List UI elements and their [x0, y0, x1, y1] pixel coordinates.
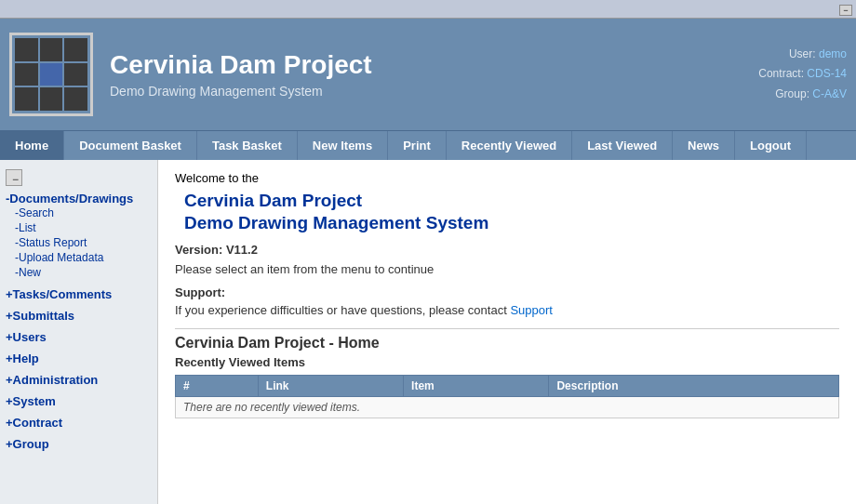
nav-item-new-items[interactable]: New Items	[298, 131, 388, 160]
logo-cell-9	[64, 87, 87, 111]
user-line: User: demo	[758, 45, 847, 65]
sidebar-collapse-button[interactable]: −	[6, 169, 22, 186]
sidebar-section-title-group[interactable]: +Group	[6, 437, 49, 451]
home-heading: Cervinia Dam Project - Home	[175, 328, 839, 351]
contract-label: Contract:	[758, 67, 804, 80]
sidebar-section-title-users[interactable]: +Users	[6, 330, 47, 344]
no-items-cell: There are no recently viewed items.	[176, 397, 839, 418]
table-header-link: Link	[258, 376, 403, 397]
logo-cell-4	[15, 63, 38, 86]
sidebar-link-list[interactable]: -List	[15, 220, 152, 235]
welcome-text: Welcome to the	[175, 171, 839, 185]
header-title-block: Cervinia Dam Project Demo Drawing Manage…	[110, 50, 758, 99]
logo-cell-7	[15, 87, 38, 111]
window-controls: −	[0, 0, 856, 19]
contract-link[interactable]: CDS-14	[807, 67, 847, 80]
support-link[interactable]: Support	[510, 303, 553, 317]
version-text: Version: V11.2	[175, 243, 839, 257]
table-header-item: Item	[404, 376, 549, 397]
group-line: Group: C-A&V	[758, 85, 847, 105]
sidebar-section-title-administration[interactable]: +Administration	[6, 373, 98, 387]
sidebar-link-upload-metadata[interactable]: -Upload Metadata	[15, 250, 152, 265]
content-project-heading: Cervinia Dam Project	[184, 191, 830, 211]
navbar: HomeDocument BasketTask BasketNew ItemsP…	[0, 130, 856, 160]
table-header-row: #LinkItemDescription	[176, 376, 839, 397]
nav-item-task-basket[interactable]: Task Basket	[197, 131, 298, 160]
support-text: If you experience difficulties or have q…	[175, 303, 839, 317]
sidebar-section-tasks-comments: +Tasks/Comments	[0, 285, 157, 303]
sidebar-section-system: +System	[0, 392, 157, 410]
select-prompt: Please select an item from the menu to c…	[175, 262, 839, 276]
user-link[interactable]: demo	[819, 47, 847, 60]
minimize-button[interactable]: −	[839, 5, 852, 16]
sidebar-section-title-submittals[interactable]: +Submittals	[6, 309, 74, 323]
sidebar-section-title-help[interactable]: +Help	[6, 351, 39, 365]
sidebar-section-title-tasks-comments[interactable]: +Tasks/Comments	[6, 287, 112, 301]
project-subtitle: Demo Drawing Management System	[110, 84, 758, 99]
nav-item-home[interactable]: Home	[0, 131, 64, 160]
nav-item-print[interactable]: Print	[388, 131, 447, 160]
group-label: Group:	[775, 87, 809, 100]
sidebar-section-group: +Group	[0, 435, 157, 453]
sidebar-section-users: +Users	[0, 328, 157, 346]
sidebar-section-documents-drawings: -Documents/Drawings-Search-List-Status R…	[0, 190, 157, 282]
sidebar-section-submittals: +Submittals	[0, 307, 157, 325]
user-label: User:	[789, 47, 816, 60]
header-user-info: User: demo Contract: CDS-14 Group: C-A&V	[758, 45, 847, 105]
sidebar-link-status-report[interactable]: -Status Report	[15, 235, 152, 250]
header: Cervinia Dam Project Demo Drawing Manage…	[0, 19, 856, 130]
contract-line: Contract: CDS-14	[758, 64, 847, 85]
logo-cell-6	[64, 63, 87, 86]
recently-viewed-title: Recently Viewed Items	[175, 355, 839, 369]
logo-cell-2	[40, 38, 63, 61]
nav-item-recently-viewed[interactable]: Recently Viewed	[447, 131, 572, 160]
nav-item-last-viewed[interactable]: Last Viewed	[572, 131, 673, 160]
logo-cell-8	[40, 87, 63, 111]
content-project-subheading: Demo Drawing Management System	[184, 213, 830, 233]
sidebar-section-title-documents-drawings[interactable]: -Documents/Drawings	[6, 192, 133, 206]
table-header-#: #	[176, 376, 259, 397]
sidebar-section-administration: +Administration	[0, 371, 157, 389]
no-items-row: There are no recently viewed items.	[176, 397, 839, 418]
sidebar-subsection-documents-drawings: -Search-List-Status Report-Upload Metada…	[6, 206, 152, 280]
sidebar-section-title-contract[interactable]: +Contract	[6, 416, 62, 430]
sidebar: − -Documents/Drawings-Search-List-Status…	[0, 160, 158, 504]
nav-item-document-basket[interactable]: Document Basket	[64, 131, 197, 160]
logo-cell-1	[15, 38, 38, 61]
content-area: Welcome to the Cervinia Dam Project Demo…	[158, 160, 856, 504]
recently-viewed-table: #LinkItemDescription There are no recent…	[175, 375, 839, 418]
project-name: Cervinia Dam Project	[110, 50, 758, 80]
support-label: Support:	[175, 285, 839, 299]
main-layout: − -Documents/Drawings-Search-List-Status…	[0, 160, 856, 504]
sidebar-link-search[interactable]: -Search	[15, 206, 152, 220]
nav-item-logout[interactable]: Logout	[735, 131, 807, 160]
sidebar-section-contract: +Contract	[0, 414, 157, 431]
sidebar-section-title-system[interactable]: +System	[6, 394, 56, 408]
logo	[9, 33, 93, 116]
group-link[interactable]: C-A&V	[812, 87, 847, 100]
table-body: There are no recently viewed items.	[176, 397, 839, 418]
sidebar-section-help: +Help	[0, 350, 157, 367]
nav-item-news[interactable]: News	[673, 131, 735, 160]
logo-cell-5	[40, 63, 63, 86]
logo-cell-3	[64, 38, 87, 61]
sidebar-link-new[interactable]: -New	[15, 265, 152, 280]
table-header-description: Description	[549, 376, 839, 397]
